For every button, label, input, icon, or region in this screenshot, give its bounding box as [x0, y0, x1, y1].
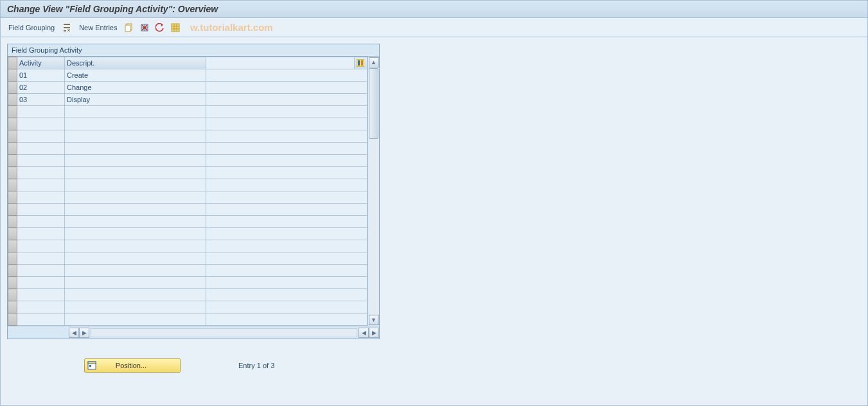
- undo-icon[interactable]: [154, 22, 166, 33]
- scroll-left-inner-icon[interactable]: ◀: [359, 328, 369, 338]
- cell-activity[interactable]: [17, 216, 65, 228]
- table-group-title: Field Grouping Activity: [8, 44, 379, 57]
- vertical-scrollbar[interactable]: ▲ ▼: [368, 57, 379, 326]
- cell-activity[interactable]: [17, 118, 65, 130]
- cell-activity[interactable]: 02: [17, 82, 65, 94]
- row-selector[interactable]: [8, 204, 17, 216]
- row-selector[interactable]: [8, 179, 17, 191]
- select-all-icon[interactable]: [170, 22, 181, 33]
- cell-descript[interactable]: [65, 228, 206, 240]
- cell-descript[interactable]: [65, 289, 206, 301]
- cell-activity[interactable]: [17, 130, 65, 143]
- cell-descript[interactable]: [65, 130, 206, 143]
- cell-descript[interactable]: [65, 301, 206, 313]
- cell-activity[interactable]: [17, 191, 65, 204]
- row-selector[interactable]: [8, 167, 17, 179]
- row-selector[interactable]: [8, 265, 17, 277]
- select-all-rows[interactable]: [8, 57, 17, 69]
- row-selector[interactable]: [8, 252, 17, 265]
- cell-descript[interactable]: Change: [65, 82, 206, 94]
- cell-descript[interactable]: [65, 313, 206, 326]
- scroll-up-icon[interactable]: ▲: [369, 57, 379, 67]
- scroll-thumb[interactable]: [369, 68, 378, 139]
- cell-spacer: [206, 179, 368, 191]
- table-row: [8, 167, 368, 179]
- svg-rect-1: [125, 25, 130, 31]
- row-selector[interactable]: [8, 94, 17, 106]
- cell-activity[interactable]: [17, 228, 65, 240]
- cell-activity[interactable]: [17, 155, 65, 167]
- cell-activity[interactable]: [17, 265, 65, 277]
- table-row: [8, 204, 368, 216]
- row-selector[interactable]: [8, 240, 17, 252]
- row-selector[interactable]: [8, 277, 17, 289]
- cell-spacer: [206, 277, 368, 289]
- row-selector[interactable]: [8, 130, 17, 143]
- row-selector[interactable]: [8, 228, 17, 240]
- cell-activity[interactable]: [17, 179, 65, 191]
- new-entries-button[interactable]: New Entries: [76, 24, 120, 31]
- scroll-left-icon[interactable]: ◀: [69, 328, 79, 338]
- cell-activity[interactable]: [17, 313, 65, 326]
- cell-descript[interactable]: [65, 240, 206, 252]
- table-group: Field Grouping Activity Activity Descrip…: [7, 44, 380, 339]
- cell-descript[interactable]: [65, 143, 206, 155]
- scroll-right-icon[interactable]: ▶: [369, 328, 379, 338]
- cell-spacer: [206, 313, 368, 326]
- row-selector[interactable]: [8, 106, 17, 118]
- cell-descript[interactable]: Display: [65, 94, 206, 106]
- scroll-track[interactable]: [368, 68, 379, 314]
- row-selector[interactable]: [8, 82, 17, 94]
- cell-activity[interactable]: [17, 204, 65, 216]
- row-selector[interactable]: [8, 118, 17, 130]
- table-row: 02Change: [8, 82, 368, 94]
- table-row: [8, 143, 368, 155]
- row-selector[interactable]: [8, 301, 17, 313]
- cell-descript[interactable]: [65, 252, 206, 265]
- table-row: [8, 130, 368, 143]
- cell-activity[interactable]: [17, 106, 65, 118]
- table-config-icon[interactable]: [355, 57, 368, 69]
- cell-descript[interactable]: [65, 204, 206, 216]
- row-selector[interactable]: [8, 191, 17, 204]
- column-header-descript[interactable]: Descript.: [65, 57, 206, 69]
- cell-activity[interactable]: 01: [17, 69, 65, 82]
- row-selector[interactable]: [8, 216, 17, 228]
- position-button[interactable]: Position...: [84, 358, 181, 373]
- cell-descript[interactable]: [65, 277, 206, 289]
- cell-descript[interactable]: [65, 179, 206, 191]
- cell-descript[interactable]: [65, 265, 206, 277]
- cell-activity[interactable]: 03: [17, 94, 65, 106]
- delete-icon[interactable]: [139, 22, 150, 33]
- row-selector[interactable]: [8, 155, 17, 167]
- cell-descript[interactable]: Create: [65, 69, 206, 82]
- hscroll-track[interactable]: [91, 328, 357, 337]
- cell-activity[interactable]: [17, 240, 65, 252]
- column-header-activity[interactable]: Activity: [17, 57, 65, 69]
- cell-descript[interactable]: [65, 106, 206, 118]
- scroll-down-icon[interactable]: ▼: [369, 315, 379, 325]
- cell-descript[interactable]: [65, 216, 206, 228]
- cell-descript[interactable]: [65, 155, 206, 167]
- table-row: [8, 179, 368, 191]
- table-row: [8, 289, 368, 301]
- cell-descript[interactable]: [65, 167, 206, 179]
- details-icon[interactable]: [61, 22, 73, 33]
- row-selector[interactable]: [8, 69, 17, 82]
- cell-activity[interactable]: [17, 167, 65, 179]
- scroll-right-inner-icon[interactable]: ▶: [79, 328, 89, 338]
- cell-activity[interactable]: [17, 277, 65, 289]
- field-grouping-button[interactable]: Field Grouping: [6, 24, 57, 31]
- row-selector[interactable]: [8, 143, 17, 155]
- copy-icon[interactable]: [123, 22, 135, 33]
- cell-descript[interactable]: [65, 191, 206, 204]
- horizontal-scrollbar[interactable]: ◀ ▶ ◀ ▶: [69, 327, 379, 339]
- cell-activity[interactable]: [17, 143, 65, 155]
- cell-activity[interactable]: [17, 301, 65, 313]
- row-selector[interactable]: [8, 289, 17, 301]
- cell-activity[interactable]: [17, 252, 65, 265]
- row-selector[interactable]: [8, 313, 17, 326]
- cell-activity[interactable]: [17, 289, 65, 301]
- cell-descript[interactable]: [65, 118, 206, 130]
- table-row: [8, 240, 368, 252]
